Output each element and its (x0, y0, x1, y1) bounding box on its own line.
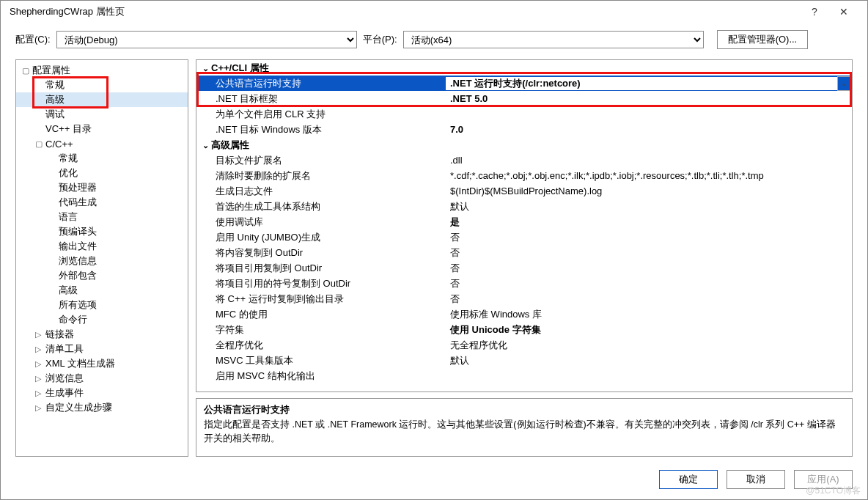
tree-item-label: 高级 (59, 284, 78, 297)
tree-item[interactable]: 命令行 (16, 312, 188, 327)
tree-pane[interactable]: ▢配置属性常规高级调试VC++ 目录▢C/C++常规优化预处理器代码生成语言预编… (15, 59, 188, 457)
chevron-icon[interactable]: ▷ (35, 359, 45, 369)
tree-item[interactable]: ▢C/C++ (16, 136, 188, 151)
property-row[interactable]: 将项目引用复制到 OutDir否 (196, 260, 852, 276)
tree-item[interactable]: ▷XML 文档生成器 (16, 356, 188, 371)
chevron-icon[interactable]: ▷ (35, 330, 45, 339)
property-value[interactable]: 默认 (446, 354, 852, 367)
property-value[interactable]: .NET 运行时支持(/clr:netcore) (446, 77, 837, 90)
property-value[interactable]: 否 (446, 231, 852, 244)
config-manager-button[interactable]: 配置管理器(O)... (717, 30, 809, 49)
property-row[interactable]: .NET 目标 Windows 版本7.0 (196, 122, 852, 137)
tree-item-label: 代码生成 (59, 196, 97, 209)
tree-item[interactable]: ▢配置属性 (16, 63, 188, 78)
property-value[interactable]: *.cdf;*.cache;*.obj;*.obj.enc;*.ilk;*.ip… (446, 170, 852, 181)
tree-item-label: 配置属性 (32, 64, 70, 77)
tree-item-label: 清单工具 (45, 342, 84, 356)
property-value[interactable]: 使用 Unicode 字符集 (446, 323, 852, 337)
property-row[interactable]: 字符集使用 Unicode 字符集 (196, 322, 852, 337)
platform-select[interactable]: 活动(x64) (403, 31, 704, 48)
config-select[interactable]: 活动(Debug) (56, 31, 357, 48)
tree-item[interactable]: 外部包含 (16, 268, 188, 283)
property-value[interactable]: 否 (446, 293, 852, 306)
property-value[interactable]: 是 (446, 216, 852, 229)
property-row[interactable]: 清除时要删除的扩展名*.cdf;*.cache;*.obj;*.obj.enc;… (196, 168, 852, 183)
property-row[interactable]: MSVC 工具集版本默认 (196, 353, 852, 368)
close-button[interactable]: ✕ (829, 6, 858, 18)
help-button[interactable]: ? (800, 6, 829, 18)
property-value[interactable]: 否 (446, 246, 852, 260)
property-value[interactable]: 无全程序优化 (446, 339, 852, 352)
property-row[interactable]: 将项目引用的符号复制到 OutDir否 (196, 276, 852, 291)
tree-item-label: 所有选项 (59, 298, 97, 312)
tree-item[interactable]: VC++ 目录 (16, 122, 188, 136)
property-group-header[interactable]: ⌄C++/CLI 属性 (196, 60, 852, 76)
tree-item[interactable]: 调试 (16, 107, 188, 122)
property-name: 将项目引用的符号复制到 OutDir (196, 277, 446, 290)
property-grid[interactable]: ⌄C++/CLI 属性公共语言运行时支持.NET 运行时支持(/clr:netc… (196, 59, 853, 392)
tree-item-label: 语言 (59, 210, 78, 224)
chevron-down-icon[interactable]: ⌄ (199, 64, 211, 73)
property-row[interactable]: 为单个文件启用 CLR 支持 (196, 106, 852, 122)
tree-item[interactable]: 常规 (16, 78, 188, 92)
property-value[interactable]: 否 (446, 277, 852, 290)
chevron-icon[interactable]: ▷ (35, 374, 45, 383)
property-row[interactable]: 使用调试库是 (196, 214, 852, 229)
tree-item-label: 常规 (59, 152, 78, 165)
tree-item[interactable]: 预编译头 (16, 224, 188, 239)
property-value[interactable]: 使用标准 Windows 库 (446, 308, 852, 321)
property-row[interactable]: MFC 的使用使用标准 Windows 库 (196, 306, 852, 322)
property-value[interactable]: .NET 5.0 (446, 93, 852, 104)
chevron-icon[interactable]: ▢ (22, 66, 32, 76)
property-row[interactable]: 公共语言运行时支持.NET 运行时支持(/clr:netcore)⌄ (196, 76, 852, 91)
tree-item[interactable]: 高级 (16, 92, 188, 107)
tree-item[interactable]: 预处理器 (16, 180, 188, 195)
property-name: ⌄高级属性 (196, 139, 446, 152)
property-row[interactable]: 启用 MSVC 结构化输出 (196, 368, 852, 383)
tree-item[interactable]: 优化 (16, 166, 188, 180)
chevron-down-icon[interactable]: ⌄ (199, 141, 211, 150)
tree-item[interactable]: 常规 (16, 151, 188, 166)
tree-item[interactable]: ▷自定义生成步骤 (16, 400, 188, 415)
tree-item-label: 输出文件 (59, 240, 97, 253)
chevron-icon[interactable]: ▢ (35, 139, 45, 149)
chevron-icon[interactable]: ▷ (35, 403, 45, 413)
property-row[interactable]: 将内容复制到 OutDir否 (196, 245, 852, 260)
tree-item[interactable]: ▷浏览信息 (16, 371, 188, 386)
tree-item[interactable]: 语言 (16, 210, 188, 224)
tree-item-label: 预编译头 (59, 225, 97, 238)
window-title: ShepherdingCWrap 属性页 (10, 5, 800, 18)
property-row[interactable]: 启用 Unity (JUMBO)生成否 (196, 229, 852, 245)
property-row[interactable]: 生成日志文件$(IntDir)$(MSBuildProjectName).log (196, 183, 852, 199)
property-name: 将内容复制到 OutDir (196, 246, 446, 260)
dropdown-button[interactable]: ⌄ (837, 76, 850, 91)
ok-button[interactable]: 确定 (659, 470, 718, 489)
property-row[interactable]: 全程序优化无全程序优化 (196, 337, 852, 353)
tree-item[interactable]: 浏览信息 (16, 254, 188, 268)
tree-item[interactable]: 所有选项 (16, 298, 188, 312)
tree-item[interactable]: 高级 (16, 283, 188, 298)
property-value[interactable]: 7.0 (446, 124, 852, 135)
chevron-icon[interactable]: ▷ (35, 345, 45, 354)
main: ▢配置属性常规高级调试VC++ 目录▢C/C++常规优化预处理器代码生成语言预编… (1, 59, 867, 464)
tree-item[interactable]: ▷链接器 (16, 327, 188, 342)
property-group-header[interactable]: ⌄高级属性 (196, 137, 852, 152)
right-column: ⌄C++/CLI 属性公共语言运行时支持.NET 运行时支持(/clr:netc… (196, 59, 853, 457)
tree-item[interactable]: 输出文件 (16, 239, 188, 254)
property-value[interactable]: 默认 (446, 200, 852, 213)
property-row[interactable]: 目标文件扩展名.dll (196, 152, 852, 168)
tree-item[interactable]: ▷清单工具 (16, 342, 188, 356)
property-name: 生成日志文件 (196, 185, 446, 198)
property-value[interactable]: .dll (446, 155, 852, 166)
chevron-icon[interactable]: ▷ (35, 389, 45, 398)
property-value[interactable]: $(IntDir)$(MSBuildProjectName).log (446, 185, 852, 196)
tree-item[interactable]: 代码生成 (16, 195, 188, 210)
property-value[interactable]: 否 (446, 262, 852, 275)
cancel-button[interactable]: 取消 (727, 470, 785, 489)
property-name: .NET 目标 Windows 版本 (196, 123, 446, 136)
property-row[interactable]: 首选的生成工具体系结构默认 (196, 199, 852, 214)
property-row[interactable]: .NET 目标框架.NET 5.0 (196, 91, 852, 106)
property-name: 全程序优化 (196, 339, 446, 352)
property-row[interactable]: 将 C++ 运行时复制到输出目录否 (196, 291, 852, 306)
tree-item[interactable]: ▷生成事件 (16, 386, 188, 400)
